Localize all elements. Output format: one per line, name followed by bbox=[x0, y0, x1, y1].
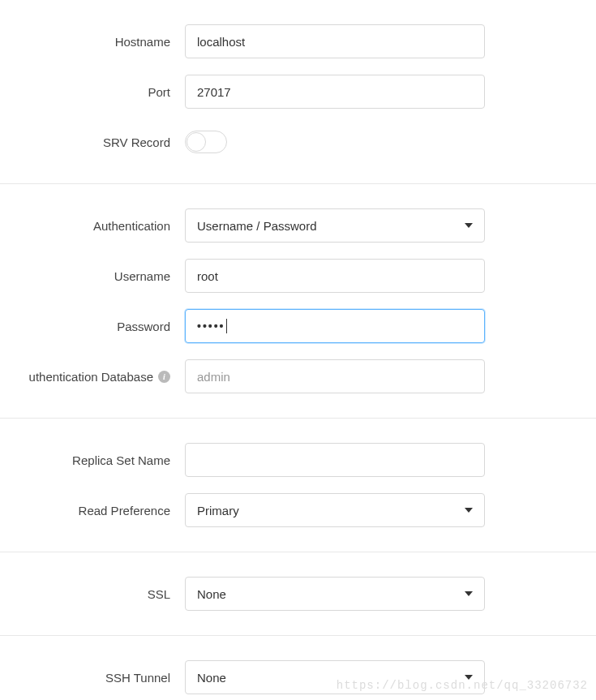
username-label: Username bbox=[0, 269, 185, 283]
text-cursor bbox=[226, 319, 227, 333]
row-hostname: Hostname bbox=[0, 16, 596, 67]
watermark: https://blog.csdn.net/qq_33206732 bbox=[337, 679, 588, 692]
readpref-label: Read Preference bbox=[0, 504, 185, 517]
row-ssh: SSH Tunnel None bbox=[0, 652, 596, 700]
hostname-label: Hostname bbox=[0, 35, 185, 49]
chevron-down-icon bbox=[465, 508, 473, 513]
replica-label: Replica Set Name bbox=[0, 453, 185, 467]
ssl-label: SSL bbox=[0, 587, 185, 601]
row-readpref: Read Preference Primary bbox=[0, 485, 596, 535]
password-value: ••••• bbox=[197, 320, 225, 333]
toggle-knob bbox=[187, 132, 206, 152]
username-input[interactable] bbox=[185, 259, 485, 293]
authdb-label: uthentication Database i bbox=[0, 370, 185, 384]
authentication-value: Username / Password bbox=[197, 219, 317, 233]
row-replica: Replica Set Name bbox=[0, 435, 596, 485]
section-auth: Authentication Username / Password Usern… bbox=[0, 184, 596, 419]
section-replica: Replica Set Name Read Preference Primary bbox=[0, 419, 596, 552]
row-port: Port bbox=[0, 67, 596, 117]
row-username: Username bbox=[0, 251, 596, 301]
info-icon[interactable]: i bbox=[158, 371, 170, 383]
ssl-select[interactable]: None bbox=[185, 577, 485, 611]
password-input[interactable]: ••••• bbox=[185, 309, 485, 343]
hostname-input[interactable] bbox=[185, 24, 485, 58]
port-input[interactable] bbox=[185, 75, 485, 109]
row-authdb: uthentication Database i bbox=[0, 351, 596, 402]
section-ssl: SSL None bbox=[0, 552, 596, 636]
srv-toggle[interactable] bbox=[185, 131, 227, 153]
row-password: Password ••••• bbox=[0, 301, 596, 351]
replica-input[interactable] bbox=[185, 443, 485, 477]
row-authentication: Authentication Username / Password bbox=[0, 200, 596, 251]
ssh-label: SSH Tunnel bbox=[0, 671, 185, 685]
connection-form: Hostname Port SRV Record Authentication … bbox=[0, 0, 596, 700]
ssh-value: None bbox=[197, 671, 226, 685]
chevron-down-icon bbox=[465, 223, 473, 228]
authentication-label: Authentication bbox=[0, 219, 185, 233]
row-ssl: SSL None bbox=[0, 569, 596, 619]
srv-label: SRV Record bbox=[0, 135, 185, 149]
chevron-down-icon bbox=[465, 591, 473, 596]
password-label: Password bbox=[0, 320, 185, 333]
readpref-value: Primary bbox=[197, 504, 239, 517]
authentication-select[interactable]: Username / Password bbox=[185, 208, 485, 243]
port-label: Port bbox=[0, 85, 185, 99]
row-srv: SRV Record bbox=[0, 117, 596, 167]
section-host: Hostname Port SRV Record bbox=[0, 0, 596, 184]
authdb-input[interactable] bbox=[185, 359, 485, 393]
readpref-select[interactable]: Primary bbox=[185, 493, 485, 527]
ssl-value: None bbox=[197, 587, 226, 601]
